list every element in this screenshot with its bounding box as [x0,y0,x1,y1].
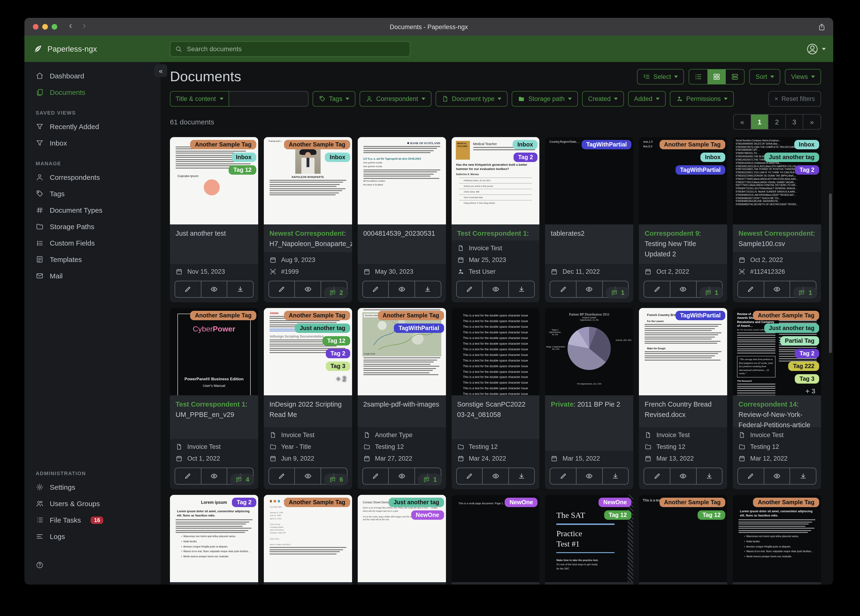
view-document-button[interactable] [483,281,508,297]
tag-pill[interactable]: Inbox [794,140,819,149]
tag-pill[interactable]: TagWithPartial [675,311,725,320]
tag-pill[interactable]: Tag 12 [322,336,350,346]
document-title[interactable]: Newest Correspondent: H7_Napoleon_Bonapa… [264,225,352,252]
view-document-button[interactable] [764,468,790,484]
document-title[interactable] [733,582,821,585]
tag-pill[interactable]: TagWithPartial [582,140,632,149]
document-title[interactable]: Test Correspondent 1: [paperless] test p… [451,225,540,240]
pagination-prev[interactable]: « [734,115,751,129]
document-title[interactable]: tablerates2 [545,225,634,264]
document-title[interactable]: Correspondent 14: Review-of-New-York-Fed… [733,395,821,427]
pagination-page-3[interactable]: 3 [786,115,803,129]
view-document-button[interactable] [764,281,790,297]
filter-added-button[interactable]: Added [628,91,665,107]
download-document-button[interactable] [509,468,534,484]
filter-tags-button[interactable]: Tags [313,91,356,107]
document-title[interactable]: Just another test [170,225,258,264]
detail-view-toggle[interactable] [726,69,744,84]
document-thumbnail[interactable]: Patient BP Distribution 2011Isolated Sys… [545,308,634,395]
select-button[interactable]: Select [637,69,684,84]
tag-pill[interactable]: Inbox [231,152,256,162]
share-icon[interactable] [818,23,826,31]
document-thumbnail[interactable]: Test Name123-456-7890January 2, 2022July… [264,495,352,582]
tag-pill[interactable]: Tag 2 [326,349,350,358]
forward-icon[interactable] [81,22,87,31]
comments-badge[interactable]: 1 [418,474,442,486]
document-correspondent[interactable]: Newest Correspondent [738,229,813,237]
document-thumbnail[interactable]: Country,Region/State,… [545,137,634,225]
sidebar-item-inbox[interactable]: Inbox [24,135,160,151]
tag-pill[interactable]: Another Sample Tag [378,311,444,320]
zoom-window-button[interactable] [52,24,57,30]
sidebar-item-storage-paths[interactable]: Storage Paths [24,218,160,235]
tag-pill[interactable]: Tag 3 [795,374,819,383]
view-document-button[interactable] [670,468,697,484]
document-correspondent[interactable]: Correspondent 14 [738,401,797,408]
document-title[interactable]: Newest Correspondent: Sample100.csv [733,225,821,252]
view-document-button[interactable] [201,281,227,297]
title-content-input[interactable] [229,91,308,107]
document-correspondent[interactable]: Test Correspondent 1 [457,229,527,237]
comments-badge[interactable]: 1 [606,287,630,299]
comments-badge[interactable]: 4 [230,474,254,486]
tag-pill[interactable]: TagWithPartial [394,324,444,333]
tag-pill[interactable]: Another Sample Tag [190,140,256,149]
tag-pill[interactable]: Just another tag [764,324,819,333]
comments-badge[interactable]: 1 [793,287,817,299]
document-thumbnail[interactable]: Lorem ipsumLorem ipsum dolor sit amet, c… [733,495,821,582]
edit-document-button[interactable] [363,468,389,484]
pagination-page-1[interactable]: 1 [751,115,769,129]
edit-document-button[interactable] [175,281,201,297]
edit-document-button[interactable] [457,281,483,297]
brand[interactable]: Paperless-ngx [33,44,97,54]
document-correspondent[interactable]: Newest Correspondent [270,229,344,237]
filter-permissions-button[interactable]: Permissions [670,91,734,107]
tag-pill[interactable]: Another Sample Tag [753,498,819,507]
tag-pill[interactable]: Inbox [325,152,350,162]
document-title[interactable]: InDesign 2022 Scripting Read Me [264,395,352,427]
tag-pill[interactable]: Another Sample Tag [659,140,725,149]
view-document-button[interactable] [576,468,603,484]
document-title[interactable] [264,582,352,585]
tag-pill[interactable]: Tag 12 [229,165,256,174]
tag-pill[interactable]: Tag 222 [788,361,819,371]
download-document-button[interactable] [227,281,253,297]
edit-document-button[interactable] [175,468,201,484]
tag-pill[interactable]: Tag 2 [795,349,819,358]
edit-document-button[interactable] [644,468,670,484]
view-document-button[interactable] [389,281,415,297]
download-document-button[interactable] [509,281,534,297]
views-button[interactable]: Views [785,69,821,84]
view-document-button[interactable] [295,281,321,297]
edit-document-button[interactable] [269,281,295,297]
comments-badge[interactable]: 2 [324,287,348,299]
sidebar-item-templates[interactable]: Templates [24,251,160,268]
tag-pill[interactable]: Just another tag [295,324,350,333]
tag-pill[interactable]: Another Sample Tag [753,311,819,320]
edit-document-button[interactable] [269,468,295,484]
sidebar-item-tags[interactable]: Tags [24,185,160,202]
filter-storage-path-button[interactable]: Storage path [512,91,578,107]
document-correspondent[interactable]: Test Correspondent 1 [176,401,245,408]
view-document-button[interactable] [295,468,321,484]
title-content-dropdown[interactable]: Title & content [170,91,229,107]
tag-pill[interactable]: Tag 12 [604,510,631,520]
document-correspondent[interactable]: Correspondent 9 [645,229,699,237]
edit-document-button[interactable] [738,281,764,297]
download-document-button[interactable] [415,281,441,297]
sidebar-item-document-types[interactable]: Document Types [24,202,160,218]
document-title[interactable] [545,582,634,585]
document-thumbnail[interactable]: This is a test for the double space char… [451,308,540,395]
tag-pill[interactable]: TagWithPartial [675,165,725,174]
pagination-next[interactable]: » [803,115,821,129]
document-title[interactable]: Sonstige ScanPC2022 03-24_081058 [451,395,540,439]
tag-pill[interactable]: Just another tag [389,498,444,507]
minimize-window-button[interactable] [42,24,48,30]
tag-pill[interactable]: Partial Tag [780,336,819,346]
reset-filters-button[interactable]: × Reset filters [769,91,821,107]
document-title[interactable]: Test Correspondent 1: UM_PPBE_en_v29 [170,395,258,439]
comments-badge[interactable]: 1 [699,287,723,299]
tag-pill[interactable]: Inbox [513,140,538,149]
document-thumbnail[interactable]: This is a multi page document. Page 1. [451,495,540,582]
tag-pill[interactable]: Tag 3 [326,361,350,371]
